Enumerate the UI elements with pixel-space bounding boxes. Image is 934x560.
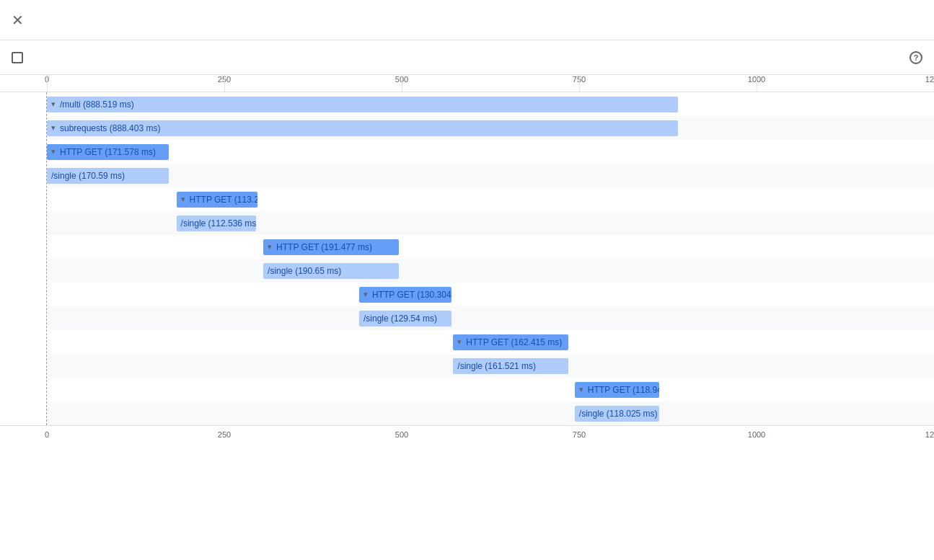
bar-label: ▾HTTP GET (130.304 ms): [364, 290, 451, 300]
bar-label-text: /single (161.521 ms): [457, 361, 536, 371]
bar-label: /single (190.65 ms): [268, 266, 341, 276]
trace-row[interactable]: ▾/multi (888.519 ms): [47, 92, 934, 116]
trace-row[interactable]: ▾HTTP GET (113.268 ms): [47, 187, 934, 211]
show-logs-container: [12, 52, 29, 63]
bar-label-text: /multi (888.519 ms): [60, 99, 134, 110]
scale-bar-inner: 025050075010001250: [47, 75, 934, 92]
chevron-icon[interactable]: ▾: [268, 242, 272, 252]
trace-bar-row9: ▾HTTP GET (130.304 ms): [359, 287, 451, 303]
bottom-tick-1250: 1250: [925, 430, 934, 439]
chevron-icon[interactable]: ▾: [181, 195, 185, 204]
bar-container: ▾HTTP GET (162.415 ms): [47, 330, 934, 354]
bottom-scale-bar-inner: 025050075010001250: [47, 426, 934, 443]
trace-bar-row3: ▾HTTP GET (171.578 ms): [47, 144, 169, 160]
trace-row[interactable]: ▾HTTP GET (171.578 ms): [47, 140, 934, 164]
bar-label: ▾HTTP GET (162.415 ms): [457, 337, 562, 347]
bar-label-text: /single (112.536 ms): [181, 218, 257, 228]
close-button[interactable]: ✕: [12, 12, 24, 29]
bar-label: /single (170.59 ms): [51, 171, 125, 181]
show-logs-checkbox[interactable]: [12, 52, 23, 63]
bar-label: ▾HTTP GET (118.941 ms): [579, 385, 659, 395]
bar-container: ▾HTTP GET (118.941 ms): [47, 378, 934, 401]
bottom-tick-250: 250: [218, 430, 231, 439]
trace-row[interactable]: ▾HTTP GET (191.477 ms): [47, 235, 934, 259]
bar-label: ▾HTTP GET (191.477 ms): [268, 242, 372, 252]
bar-container: /single (161.521 ms): [47, 354, 934, 378]
bar-label: ▾HTTP GET (171.578 ms): [51, 147, 156, 157]
bar-container: ▾HTTP GET (113.268 ms): [47, 187, 934, 211]
trace-bar-row5: ▾HTTP GET (113.268 ms): [177, 192, 257, 208]
bar-container: /single (170.59 ms): [47, 164, 934, 187]
bottom-tick-500: 500: [395, 430, 408, 439]
bar-label-text: /single (118.025 ms): [579, 409, 658, 419]
trace-row[interactable]: /single (161.521 ms): [47, 354, 934, 378]
trace-bar-row12: /single (161.521 ms): [453, 358, 568, 374]
trace-area: ▾/multi (888.519 ms)▾subrequests (888.40…: [0, 92, 934, 425]
trace-bar-row2: ▾subrequests (888.403 ms): [47, 120, 678, 136]
chevron-icon[interactable]: ▾: [457, 337, 462, 347]
bar-container: ▾HTTP GET (130.304 ms): [47, 283, 934, 306]
bar-container: /single (112.536 ms): [47, 211, 934, 235]
trace-bar-row4: /single (170.59 ms): [47, 168, 169, 184]
bar-container: ▾HTTP GET (171.578 ms): [47, 140, 934, 164]
chevron-icon[interactable]: ▾: [364, 290, 368, 299]
scale-tick-1250: 1250: [925, 75, 934, 84]
help-icon[interactable]: ?: [909, 51, 922, 64]
trace-row[interactable]: ▾HTTP GET (130.304 ms): [47, 283, 934, 306]
chevron-icon[interactable]: ▾: [51, 147, 56, 156]
bottom-tick-0: 0: [45, 430, 49, 439]
scale-tick-1000: 1000: [748, 75, 765, 84]
bar-container: /single (190.65 ms): [47, 259, 934, 283]
bar-label-text: HTTP GET (191.477 ms): [276, 242, 372, 252]
trace-bar-row1: ▾/multi (888.519 ms): [47, 97, 678, 112]
bar-label: ▾HTTP GET (113.268 ms): [181, 195, 257, 205]
top-scale-bar: 025050075010001250: [0, 75, 934, 92]
bar-label-text: subrequests (888.403 ms): [60, 123, 160, 133]
bar-label-text: HTTP GET (118.941 ms): [588, 385, 659, 395]
bar-label-text: HTTP GET (130.304 ms): [372, 290, 451, 300]
bar-container: ▾HTTP GET (191.477 ms): [47, 235, 934, 259]
trace-bar-row6: /single (112.536 ms): [177, 215, 257, 231]
bar-label: ▾/multi (888.519 ms): [51, 99, 134, 110]
chevron-icon[interactable]: ▾: [51, 99, 56, 109]
bar-label: /single (129.54 ms): [364, 314, 437, 324]
trace-row[interactable]: ▾subrequests (888.403 ms): [47, 116, 934, 140]
bar-container: /single (129.54 ms): [47, 306, 934, 330]
bottom-tick-750: 750: [573, 430, 586, 439]
bar-label-text: HTTP GET (113.268 ms): [190, 195, 257, 205]
trace-bar-row7: ▾HTTP GET (191.477 ms): [263, 239, 399, 255]
trace-row[interactable]: /single (112.536 ms): [47, 211, 934, 235]
bar-label-text: /single (170.59 ms): [51, 171, 125, 181]
trace-row[interactable]: /single (118.025 ms): [47, 401, 934, 425]
trace-bar-row14: /single (118.025 ms): [575, 406, 659, 422]
trace-row[interactable]: ▾HTTP GET (162.415 ms): [47, 330, 934, 354]
scale-tick-750: 750: [573, 75, 586, 84]
trace-bar-row11: ▾HTTP GET (162.415 ms): [453, 334, 568, 350]
trace-row[interactable]: /single (170.59 ms): [47, 164, 934, 187]
trace-row[interactable]: ▾HTTP GET (118.941 ms): [47, 378, 934, 401]
trace-bar-row8: /single (190.65 ms): [263, 263, 399, 279]
scale-tick-0: 0: [45, 75, 49, 84]
bottom-scale-bar: 025050075010001250: [0, 425, 934, 443]
bar-container: /single (118.025 ms): [47, 401, 934, 425]
scale-tick-250: 250: [218, 75, 231, 84]
bar-label: ▾subrequests (888.403 ms): [51, 123, 160, 133]
toolbar-right: ?: [904, 51, 922, 64]
bottom-tick-1000: 1000: [748, 430, 765, 439]
chevron-icon[interactable]: ▾: [579, 385, 583, 394]
timeline-wrapper[interactable]: 025050075010001250 ▾/multi (888.519 ms)▾…: [0, 75, 934, 560]
main-content: 025050075010001250 ▾/multi (888.519 ms)▾…: [0, 75, 934, 560]
bar-label: /single (161.521 ms): [457, 361, 536, 371]
trace-row[interactable]: /single (129.54 ms): [47, 306, 934, 330]
bar-label: /single (112.536 ms): [181, 218, 257, 228]
trace-row[interactable]: /single (190.65 ms): [47, 259, 934, 283]
bar-label-text: /single (129.54 ms): [364, 314, 437, 324]
bar-container: ▾/multi (888.519 ms): [47, 92, 934, 116]
trace-bar-row10: /single (129.54 ms): [359, 311, 451, 326]
trace-bar-row13: ▾HTTP GET (118.941 ms): [575, 382, 659, 398]
bar-label-text: /single (190.65 ms): [268, 266, 341, 276]
chevron-icon[interactable]: ▾: [51, 123, 56, 133]
bar-label-text: HTTP GET (162.415 ms): [466, 337, 562, 347]
bar-label: /single (118.025 ms): [579, 409, 658, 419]
bar-label-text: HTTP GET (171.578 ms): [60, 147, 156, 157]
